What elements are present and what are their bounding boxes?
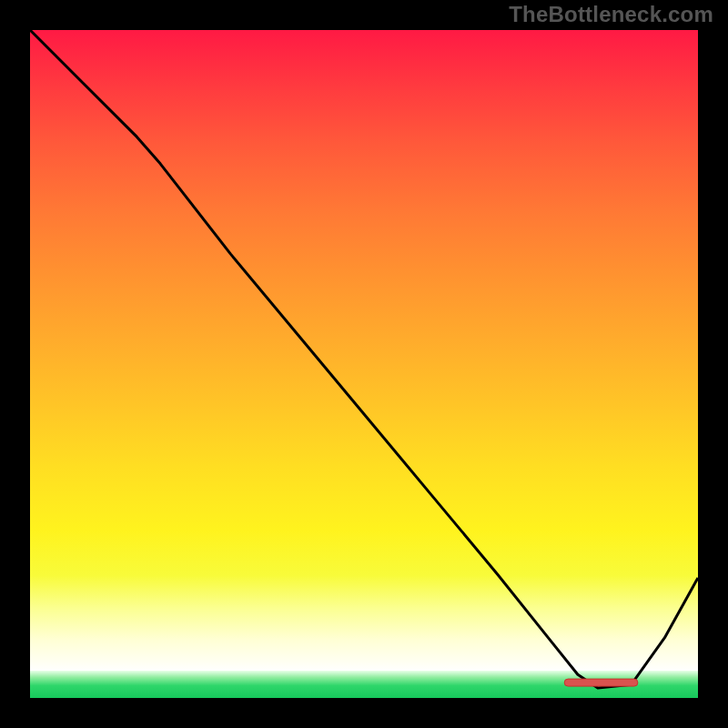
bottleneck-curve-path: [30, 30, 698, 688]
watermark-label: TheBottleneck.com: [509, 2, 713, 27]
plot-area: [30, 30, 698, 698]
chart-container: TheBottleneck.com: [0, 0, 728, 728]
bottleneck-line-chart: [30, 30, 698, 698]
optimal-range-marker: [564, 679, 638, 686]
